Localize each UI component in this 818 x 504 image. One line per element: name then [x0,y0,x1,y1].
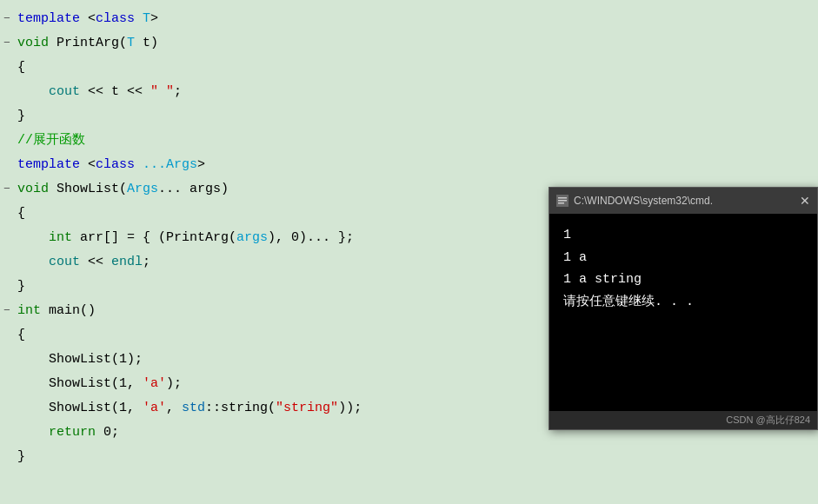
code-token: << t << [80,84,150,99]
terminal-title: C:\WINDOWS\system32\cmd. [574,195,795,207]
line-content: template <class T> [14,7,818,31]
line-collapse-marker[interactable]: − [0,299,14,323]
terminal-output-line: 1 a [563,247,803,269]
code-token: " " [150,84,174,99]
code-token: 'a' [143,376,166,391]
code-token: ShowList(1, [17,401,143,415]
terminal-output-line: 1 [563,224,803,247]
code-token: { [17,328,25,342]
code-token: T [135,11,150,26]
line-content: template <class ...Args> [14,153,818,177]
line-content: cout << t << " "; [14,80,818,104]
code-token: Args [127,182,158,196]
code-line: } [0,104,818,129]
code-token: ... [135,157,166,172]
line-collapse-marker: − [0,7,14,31]
code-token [17,425,49,440]
code-token: std [182,401,205,415]
code-token [17,255,49,269]
code-token: ShowList(1, [17,376,143,391]
code-token: } [17,109,25,123]
terminal-titlebar: C:\WINDOWS\system32\cmd. ✕ [549,188,817,214]
code-token: > [197,157,205,172]
code-token: return [49,425,96,440]
code-token: } [17,279,25,294]
code-token: template [17,11,80,26]
code-line: −void PrintArg(T t) [0,31,818,56]
svg-rect-1 [558,197,567,199]
code-token: ), 0)... }; [268,230,354,245]
code-line: template <class ...Args> [0,153,818,177]
code-token: int [17,303,41,318]
terminal-window: C:\WINDOWS\system32\cmd. ✕ 11 a1 a strin… [549,187,818,430]
code-token: int [49,230,72,245]
code-token: 0; [96,425,119,440]
code-token: < [80,157,96,172]
line-collapse-marker[interactable]: − [0,31,14,56]
terminal-body: 11 a1 a string请按任意键继续. . . [549,214,817,411]
code-token: ; [174,84,182,99]
code-token: << [80,255,111,269]
code-token: ... [158,182,182,196]
code-token: args) [182,182,229,196]
code-token: PrintArg( [49,36,127,50]
code-token: ShowList( [49,182,127,196]
code-token: ); [166,376,182,391]
line-content: } [14,104,818,129]
code-line: } [0,445,818,469]
terminal-footer: CSDN @高比仔824 [549,411,817,429]
terminal-close-button[interactable]: ✕ [800,194,810,208]
code-token [17,230,49,245]
code-token: void [17,36,49,50]
code-token: args [236,230,268,245]
line-content: } [14,445,818,469]
svg-rect-3 [558,202,564,204]
code-line: //展开函数 [0,129,818,153]
code-token: { [17,60,25,75]
line-content: void PrintArg(T t) [14,31,818,56]
code-line: −template <class T> [0,7,818,31]
code-token: void [17,182,49,196]
terminal-output-line: 1 a string [563,269,803,291]
code-token: } [17,449,25,464]
code-token: //展开函数 [17,133,85,148]
code-token: { [17,206,25,221]
code-token: 'a' [143,401,166,415]
code-token: arr[] = { (PrintArg( [72,230,236,245]
code-token: , [166,401,182,415]
code-token [17,84,49,99]
terminal-icon [556,195,569,207]
code-token: cout [49,84,80,99]
code-token: ShowList(1); [17,352,143,367]
code-token: "string" [276,401,338,415]
code-token: class [96,11,135,26]
code-token: Args [166,157,197,172]
code-token: :: [205,401,221,415]
svg-rect-2 [558,200,567,202]
terminal-output-line: 请按任意键继续. . . [563,291,803,314]
code-line: cout << t << " "; [0,80,818,104]
code-token: > [150,11,158,26]
code-token: class [96,157,135,172]
code-token: T [127,36,135,50]
line-content: //展开函数 [14,129,818,153]
code-token: )); [338,401,362,415]
code-token: cout [49,255,80,269]
code-line: { [0,56,818,80]
code-token: < [80,11,96,26]
code-token: ; [143,255,150,269]
line-collapse-marker[interactable]: − [0,177,14,202]
code-token: main() [41,303,96,318]
code-token: endl [111,255,143,269]
line-content: { [14,56,818,80]
code-token: t) [135,36,158,50]
code-token: string( [221,401,276,415]
code-token: template [17,157,80,172]
